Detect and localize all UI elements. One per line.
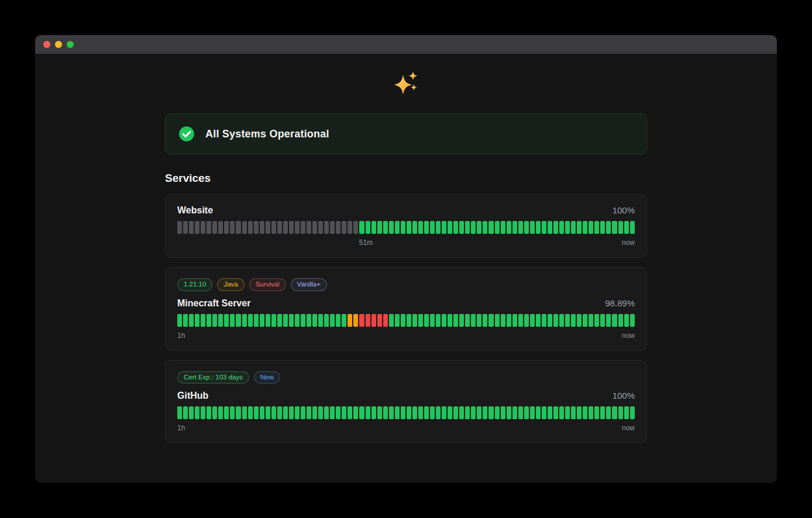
uptime-segment-up[interactable] [301, 406, 305, 419]
uptime-segment-up[interactable] [459, 406, 464, 419]
uptime-segment-up[interactable] [507, 314, 511, 327]
uptime-segment-up[interactable] [512, 406, 517, 419]
uptime-segment-up[interactable] [448, 314, 452, 327]
uptime-segment-up[interactable] [277, 314, 282, 327]
uptime-segment-empty[interactable] [254, 221, 259, 234]
uptime-segment-up[interactable] [430, 221, 435, 234]
uptime-segment-up[interactable] [336, 314, 340, 327]
uptime-segment-up[interactable] [254, 406, 259, 419]
uptime-segment-up[interactable] [371, 221, 376, 234]
uptime-segment-up[interactable] [583, 314, 587, 327]
uptime-segment-empty[interactable] [207, 221, 211, 234]
uptime-segment-up[interactable] [366, 221, 370, 234]
uptime-segment-up[interactable] [183, 314, 188, 327]
uptime-segment-up[interactable] [207, 406, 211, 419]
uptime-segment-up[interactable] [312, 314, 317, 327]
uptime-segment-up[interactable] [295, 406, 300, 419]
uptime-segment-up[interactable] [577, 221, 582, 234]
uptime-segment-up[interactable] [353, 406, 358, 419]
uptime-segment-up[interactable] [277, 406, 282, 419]
uptime-segment-up[interactable] [600, 406, 605, 419]
uptime-segment-up[interactable] [195, 406, 199, 419]
uptime-segment-up[interactable] [459, 314, 464, 327]
uptime-segment-up[interactable] [359, 221, 364, 234]
uptime-segment-up[interactable] [377, 406, 382, 419]
uptime-segment-up[interactable] [565, 406, 570, 419]
uptime-segment-up[interactable] [424, 406, 429, 419]
uptime-segment-down[interactable] [359, 314, 364, 327]
uptime-segment-up[interactable] [283, 314, 288, 327]
uptime-segment-empty[interactable] [183, 221, 188, 234]
uptime-segment-up[interactable] [518, 406, 523, 419]
uptime-segment-up[interactable] [471, 314, 476, 327]
uptime-segment-up[interactable] [501, 314, 505, 327]
uptime-segment-up[interactable] [548, 221, 552, 234]
uptime-segment-up[interactable] [377, 221, 382, 234]
uptime-segment-up[interactable] [483, 406, 487, 419]
uptime-segment-up[interactable] [518, 314, 523, 327]
uptime-segment-empty[interactable] [307, 221, 311, 234]
uptime-segment-up[interactable] [424, 314, 429, 327]
uptime-segment-up[interactable] [618, 314, 623, 327]
uptime-segment-up[interactable] [412, 314, 417, 327]
uptime-segment-up[interactable] [359, 406, 364, 419]
uptime-segment-up[interactable] [266, 406, 270, 419]
uptime-segment-up[interactable] [224, 406, 229, 419]
uptime-segment-empty[interactable] [283, 221, 288, 234]
uptime-segment-empty[interactable] [212, 221, 217, 234]
uptime-segment-up[interactable] [401, 314, 405, 327]
uptime-segment-up[interactable] [453, 406, 458, 419]
uptime-segment-empty[interactable] [201, 221, 205, 234]
uptime-segment-up[interactable] [248, 406, 253, 419]
uptime-segment-up[interactable] [483, 314, 487, 327]
uptime-segment-up[interactable] [260, 314, 264, 327]
uptime-segment-up[interactable] [442, 221, 446, 234]
uptime-segment-up[interactable] [536, 221, 541, 234]
uptime-segment-empty[interactable] [342, 221, 346, 234]
uptime-segment-up[interactable] [530, 221, 535, 234]
uptime-segment-up[interactable] [230, 406, 235, 419]
uptime-segment-up[interactable] [324, 406, 329, 419]
uptime-segment-up[interactable] [624, 406, 629, 419]
uptime-segment-up[interactable] [318, 406, 323, 419]
uptime-segment-up[interactable] [495, 406, 500, 419]
uptime-segment-up[interactable] [571, 406, 576, 419]
uptime-segment-up[interactable] [412, 406, 417, 419]
uptime-segment-up[interactable] [242, 406, 247, 419]
uptime-segment-up[interactable] [495, 314, 500, 327]
uptime-segment-up[interactable] [242, 314, 247, 327]
uptime-segment-up[interactable] [389, 314, 394, 327]
uptime-segment-up[interactable] [448, 406, 452, 419]
uptime-segment-up[interactable] [565, 221, 570, 234]
uptime-segment-up[interactable] [330, 314, 335, 327]
uptime-segment-up[interactable] [618, 221, 623, 234]
uptime-segment-down[interactable] [371, 314, 376, 327]
uptime-segment-up[interactable] [501, 406, 505, 419]
uptime-segment-up[interactable] [218, 314, 223, 327]
uptime-segment-up[interactable] [589, 314, 593, 327]
uptime-segment-up[interactable] [453, 221, 458, 234]
uptime-segment-up[interactable] [307, 406, 311, 419]
uptime-segment-up[interactable] [418, 314, 423, 327]
uptime-segment-up[interactable] [459, 221, 464, 234]
uptime-segment-up[interactable] [589, 221, 593, 234]
uptime-segment-down[interactable] [366, 314, 370, 327]
uptime-segment-up[interactable] [260, 406, 264, 419]
uptime-segment-up[interactable] [465, 406, 470, 419]
uptime-segment-up[interactable] [512, 314, 517, 327]
uptime-segment-up[interactable] [383, 221, 388, 234]
uptime-segment-up[interactable] [624, 314, 629, 327]
uptime-segment-up[interactable] [283, 406, 288, 419]
uptime-segment-up[interactable] [618, 406, 623, 419]
uptime-segment-up[interactable] [600, 221, 605, 234]
uptime-segment-up[interactable] [312, 406, 317, 419]
uptime-segment-up[interactable] [177, 314, 182, 327]
uptime-segment-empty[interactable] [195, 221, 199, 234]
uptime-segment-up[interactable] [436, 314, 441, 327]
uptime-segment-up[interactable] [371, 406, 376, 419]
uptime-segment-up[interactable] [477, 314, 481, 327]
uptime-segment-empty[interactable] [248, 221, 253, 234]
uptime-segment-empty[interactable] [218, 221, 223, 234]
uptime-segment-empty[interactable] [301, 221, 305, 234]
uptime-segment-up[interactable] [183, 406, 188, 419]
